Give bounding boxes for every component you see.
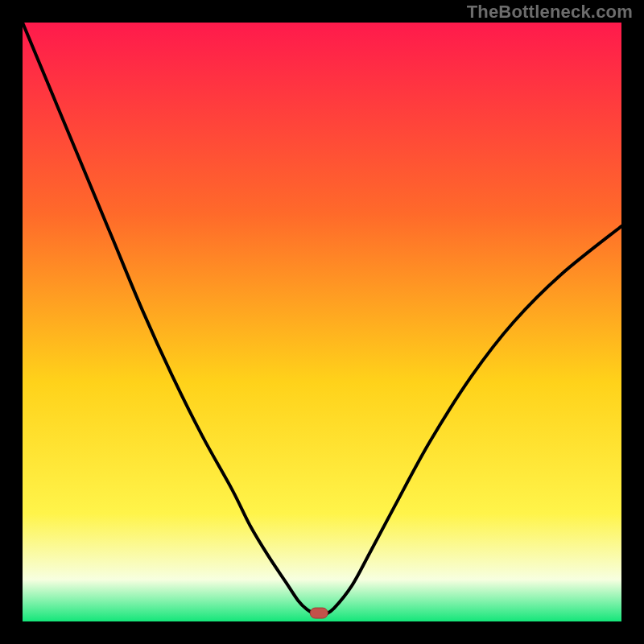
chart-frame: TheBottleneck.com (0, 0, 644, 644)
optimal-marker (310, 608, 328, 618)
watermark-text: TheBottleneck.com (467, 2, 633, 23)
plot-area (23, 23, 621, 621)
gradient-background (23, 23, 621, 621)
bottleneck-chart (23, 23, 621, 621)
